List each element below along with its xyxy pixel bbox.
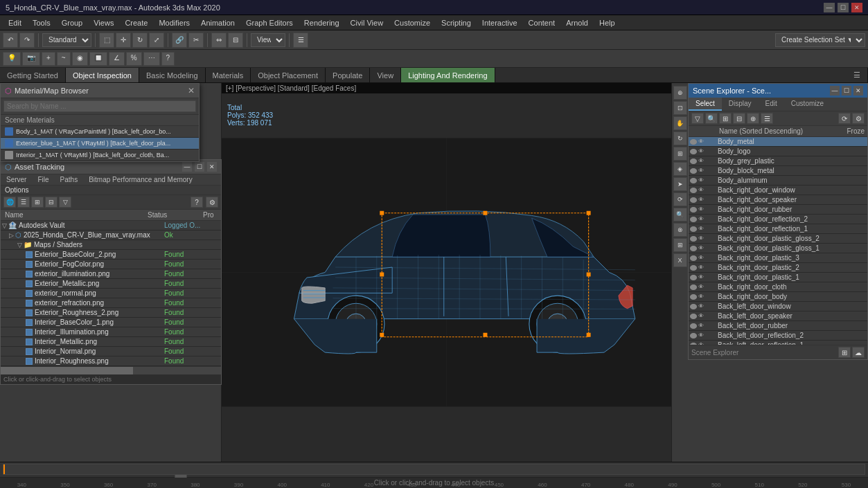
at-tb-help[interactable]: ⚙ xyxy=(206,197,218,208)
at-tb-list[interactable]: ☰ xyxy=(17,197,30,208)
vp-orbit[interactable]: ↻ xyxy=(673,132,687,145)
at-file-item-7[interactable]: Interior_BaseColor_1.pngFound xyxy=(1,318,221,327)
maximize-button[interactable]: ☐ xyxy=(838,3,849,12)
mat-browser-search[interactable] xyxy=(3,100,196,112)
at-file-item-0[interactable]: Exterior_BaseColor_2.pngFound xyxy=(1,250,221,260)
se-local[interactable]: ⊞ xyxy=(838,347,851,358)
timeline-track[interactable] xyxy=(0,462,868,478)
se-item-19[interactable]: 👁Back_left_door_rubber xyxy=(689,321,867,331)
mat-item-0[interactable]: Body_1_MAT ( VRayCarPaintMtl ) [Back_lef… xyxy=(1,126,199,138)
at-minimize[interactable]: — xyxy=(182,162,192,172)
at-maximize[interactable]: ☐ xyxy=(195,162,204,172)
se-find-btn[interactable]: 🔍 xyxy=(705,113,718,124)
se-item-4[interactable]: 👁Body_aluminum xyxy=(689,176,867,186)
menu-animation[interactable]: Animation xyxy=(195,17,240,28)
tb-unlink[interactable]: ✂ xyxy=(188,33,204,48)
selection-filter[interactable]: Standard xyxy=(42,33,91,47)
menu-civil-view[interactable]: Civil View xyxy=(345,17,389,28)
tb-rotate[interactable]: ↻ xyxy=(132,33,148,48)
tb2-angle[interactable]: ∠ xyxy=(109,52,125,66)
se-cloud[interactable]: ☁ xyxy=(852,347,865,358)
mat-browser-close[interactable]: ✕ xyxy=(188,86,195,96)
at-menu-server[interactable]: Server xyxy=(1,174,32,185)
tab-getting-started[interactable]: Getting Started xyxy=(0,68,66,82)
scene-explorer-list[interactable]: 👁Body_metal👁Body_logo👁Body_grey_plastic👁… xyxy=(689,137,867,345)
vp-pan[interactable]: ✋ xyxy=(673,116,687,130)
menu-modifiers[interactable]: Modifiers xyxy=(153,17,195,28)
tb-mirror[interactable]: ⇔ xyxy=(211,33,227,48)
at-file-item-2[interactable]: exterior_illumination.pngFound xyxy=(1,269,221,279)
se-item-10[interactable]: 👁Back_right_door_plastic_gloss_2 xyxy=(689,234,867,244)
menu-create[interactable]: Create xyxy=(119,17,153,28)
at-file-item-5[interactable]: exterior_refraction.pngFound xyxy=(1,298,221,308)
at-file-item-11[interactable]: Interior_Roughness.pngFound xyxy=(1,356,221,366)
se-invert[interactable]: ⊕ xyxy=(747,113,759,124)
menu-customize[interactable]: Customize xyxy=(389,17,436,28)
menu-arnold[interactable]: Arnold xyxy=(560,17,594,28)
se-minimize[interactable]: — xyxy=(830,86,840,96)
at-file-item-3[interactable]: Exterior_Metallic.pngFound xyxy=(1,279,221,289)
timeline-slider[interactable] xyxy=(3,464,865,475)
window-controls[interactable]: — ☐ ✕ xyxy=(824,3,862,12)
vp-field-of-view[interactable]: ◈ xyxy=(673,162,687,176)
tab-materials[interactable]: Materials xyxy=(206,68,251,82)
at-menu-file[interactable]: File xyxy=(32,174,54,185)
at-file-item-9[interactable]: Interior_Metallic.pngFound xyxy=(1,337,221,347)
se-item-18[interactable]: 👁Back_left_door_speaker xyxy=(689,311,867,321)
at-tb-globe[interactable]: 🌐 xyxy=(3,197,16,208)
menu-scripting[interactable]: Scripting xyxy=(436,17,477,28)
se-layer[interactable]: ☰ xyxy=(761,113,773,124)
tb-select[interactable]: ⬚ xyxy=(99,33,114,48)
create-selection-set[interactable]: Create Selection Set ▼ xyxy=(775,33,865,47)
se-item-11[interactable]: 👁Back_right_door_plastic_gloss_1 xyxy=(689,244,867,253)
vp-zoom[interactable]: 🔍 xyxy=(673,208,687,222)
menu-interactive[interactable]: Interactive xyxy=(477,17,523,28)
tab-object-placement[interactable]: Object Placement xyxy=(251,68,326,82)
mat-item-1[interactable]: Exterior_blue_1_MAT ( VRayMtl ) [Back_le… xyxy=(1,138,199,150)
at-file-item-6[interactable]: Exterior_Roughness_2.pngFound xyxy=(1,308,221,318)
se-maximize[interactable]: ☐ xyxy=(842,86,851,96)
tb2-help[interactable]: ? xyxy=(161,52,175,66)
se-item-2[interactable]: 👁Body_grey_plastic xyxy=(689,156,867,166)
se-item-15[interactable]: 👁Back_right_door_cloth xyxy=(689,282,867,292)
vp-zoom-all[interactable]: ⊗ xyxy=(673,223,687,237)
viewport[interactable]: [+] [Perspective] [Standard] [Edged Face… xyxy=(222,83,688,462)
se-item-6[interactable]: 👁Back_right_door_speaker xyxy=(689,195,867,205)
se-sync[interactable]: ⟳ xyxy=(838,113,851,124)
se-select-none[interactable]: ⊟ xyxy=(733,113,745,124)
se-item-16[interactable]: 👁Back_right_door_body xyxy=(689,292,867,302)
at-close[interactable]: ✕ xyxy=(207,162,217,172)
tb2-percent[interactable]: % xyxy=(126,52,142,66)
menu-views[interactable]: Views xyxy=(88,17,119,28)
horizontal-scrollbar[interactable] xyxy=(1,366,221,374)
se-item-1[interactable]: 👁Body_logo xyxy=(689,147,867,156)
tb2-geo[interactable]: ◉ xyxy=(72,52,88,66)
vp-4views[interactable]: ⊞ xyxy=(673,238,687,252)
tb2-spinner[interactable]: ⋯ xyxy=(143,52,160,66)
close-button[interactable]: ✕ xyxy=(851,3,862,12)
tb2-helpers[interactable]: + xyxy=(42,52,55,66)
se-tab-customize[interactable]: Customize xyxy=(784,98,831,111)
se-item-0[interactable]: 👁Body_metal xyxy=(689,137,867,147)
se-item-5[interactable]: 👁Back_right_door_window xyxy=(689,186,867,195)
tb2-lights[interactable]: 💡 xyxy=(3,52,21,66)
at-item-vault[interactable]: ▽ 🏦 Autodesk Vault Logged O... xyxy=(1,221,221,231)
vp-zoom-extents[interactable]: ⊕ xyxy=(673,86,687,100)
tab-object-inspection[interactable]: Object Inspection xyxy=(66,68,139,82)
se-item-8[interactable]: 👁Back_right_door_reflection_2 xyxy=(689,215,867,224)
menu-help[interactable]: Help xyxy=(594,17,621,28)
menu-content[interactable]: Content xyxy=(523,17,561,28)
se-item-12[interactable]: 👁Back_right_door_plastic_3 xyxy=(689,253,867,263)
at-tb-tree[interactable]: ⊟ xyxy=(45,197,57,208)
at-item-file[interactable]: ▷ ⬡ 2025_Honda_CR-V_Blue_max_vray.max Ok xyxy=(1,231,221,240)
at-menu-bitmap[interactable]: Bitmap Performance and Memory xyxy=(83,174,198,185)
se-item-3[interactable]: 👁Body_block_metal xyxy=(689,166,867,176)
vp-xview[interactable]: X xyxy=(673,253,687,267)
at-tb-filter[interactable]: ▽ xyxy=(59,197,71,208)
tb-align[interactable]: ⊟ xyxy=(228,33,243,48)
tb-redo[interactable]: ↷ xyxy=(19,33,35,48)
tab-lighting-rendering[interactable]: Lighting And Rendering xyxy=(401,68,495,82)
minimize-button[interactable]: — xyxy=(824,3,835,12)
tb-undo[interactable]: ↶ xyxy=(3,33,18,48)
menu-rendering[interactable]: Rendering xyxy=(299,17,345,28)
